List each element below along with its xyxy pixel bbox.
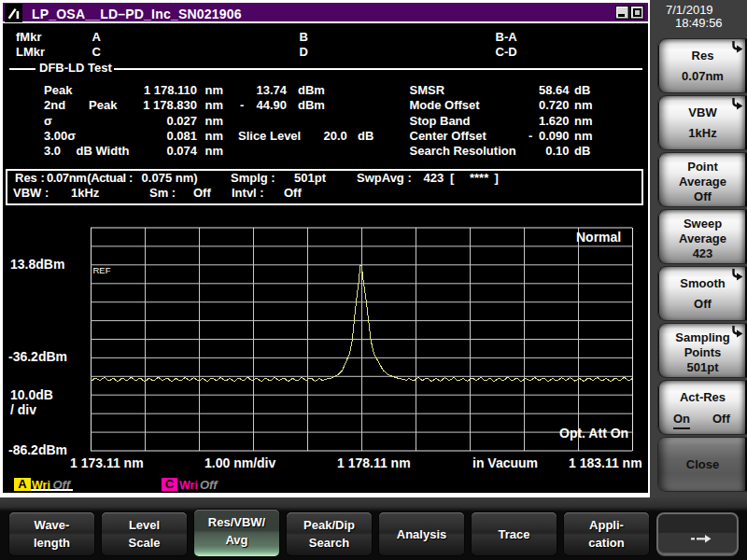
svg-text:REF: REF	[93, 265, 111, 275]
